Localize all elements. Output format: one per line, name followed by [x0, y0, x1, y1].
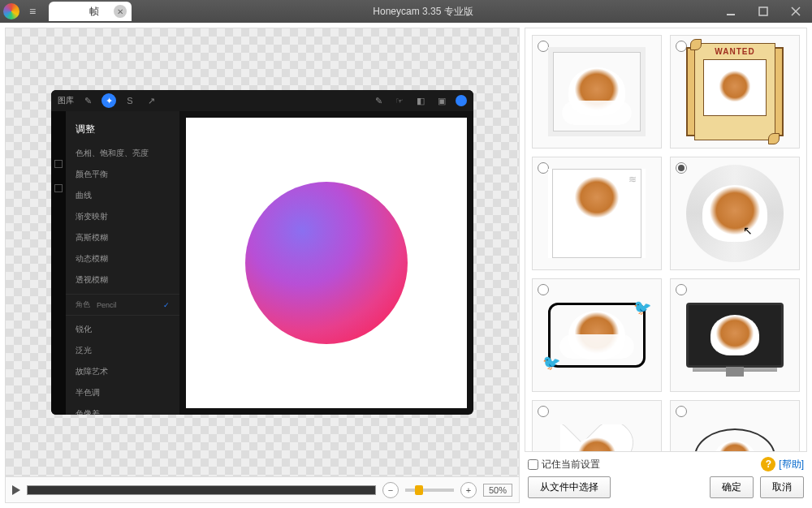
cancel-button[interactable]: 取消 [760, 476, 804, 498]
frame-style-heart[interactable] [532, 400, 662, 452]
preview-panel: 图库 ✎ ✦ S ↗ ✎ ☞ ◧ ▣ [5, 28, 520, 503]
menu-item[interactable]: 动态模糊 [66, 248, 179, 269]
radio-icon[interactable] [676, 284, 687, 295]
menu-item[interactable]: 泛光 [66, 340, 179, 361]
svg-rect-1 [759, 7, 767, 15]
adjust-icon[interactable]: ✦ [102, 93, 116, 108]
close-icon[interactable]: ✕ [114, 5, 127, 18]
title-bar: ≡ 帧 ✕ Honeycam 3.35 专业版 [0, 0, 812, 23]
menu-item[interactable]: 透视模糊 [66, 269, 179, 291]
ok-button[interactable]: 确定 [710, 476, 754, 498]
color-icon[interactable] [456, 95, 467, 106]
menu-item[interactable]: 故障艺术 [66, 361, 179, 382]
sidebar-square-icon[interactable] [54, 160, 63, 168]
radio-icon[interactable] [538, 406, 549, 417]
from-file-button[interactable]: 从文件中选择 [528, 476, 611, 498]
zoom-slider[interactable] [405, 489, 454, 492]
minimize-button[interactable] [715, 0, 747, 23]
radio-icon[interactable] [676, 406, 687, 417]
zoom-percent[interactable]: 50% [483, 484, 512, 497]
remember-checkbox[interactable] [528, 459, 538, 470]
row-label-a: 角色 [76, 299, 90, 310]
menu-item[interactable]: 曲线 [66, 185, 179, 206]
adjust-menu: 调整 色相、饱和度、亮度 颜色平衡 曲线 渐变映射 高斯模糊 动态模糊 透视模糊… [66, 111, 179, 415]
remember-label: 记住当前设置 [542, 458, 600, 471]
frame-styles-list[interactable]: WANTED ≋ ↖ [525, 28, 807, 452]
gradient-circle [245, 182, 408, 344]
menu-item[interactable]: 色相、饱和度、亮度 [66, 143, 179, 164]
tab-frames[interactable]: 帧 ✕ [49, 2, 132, 21]
help-icon[interactable]: ? [761, 457, 775, 471]
wanted-text: WANTED [695, 44, 775, 56]
bird-icon: 🐦 [633, 299, 651, 316]
menu-item[interactable]: 色像差 [66, 403, 179, 415]
canvas-area: 图库 ✎ ✦ S ↗ ✎ ☞ ◧ ▣ [6, 28, 519, 476]
frame-style-bubble[interactable] [670, 400, 800, 452]
procreate-toolbar: 图库 ✎ ✦ S ↗ ✎ ☞ ◧ ▣ [51, 90, 473, 111]
app-logo-icon [3, 3, 19, 19]
sidebar-square-icon[interactable] [54, 184, 63, 192]
row-label-b: Pencil [97, 301, 117, 309]
procreate-canvas [186, 118, 467, 408]
wrench-icon[interactable]: ✎ [80, 93, 95, 108]
menu-item[interactable]: 高斯模糊 [66, 227, 179, 248]
frame-style-wanted[interactable]: WANTED [670, 35, 800, 149]
tab-label: 帧 [89, 5, 99, 19]
menu-item[interactable]: 颜色平衡 [66, 164, 179, 185]
window-title: Honeycam 3.35 专业版 [132, 5, 715, 19]
frame-style-inset[interactable] [532, 35, 662, 149]
smudge-icon[interactable]: ☞ [392, 93, 407, 108]
maximize-button[interactable] [747, 0, 780, 23]
menu-icon[interactable]: ≡ [23, 5, 42, 18]
zoom-in-button[interactable]: + [460, 482, 477, 498]
play-button[interactable] [12, 485, 20, 495]
brush-icon[interactable]: ✎ [371, 93, 386, 108]
frame-style-cd[interactable]: ↖ [670, 157, 800, 270]
radio-icon[interactable] [676, 41, 687, 52]
help-link[interactable]: [帮助] [779, 458, 804, 471]
frame-style-stamp[interactable]: ≋ [532, 157, 662, 270]
frame-styles-panel: WANTED ≋ ↖ [525, 28, 807, 503]
frame-style-birds[interactable]: 🐦 🐦 [532, 278, 662, 392]
menu-item[interactable]: 渐变映射 [66, 206, 179, 227]
playback-bar: − + 50% [6, 476, 519, 502]
move-icon[interactable]: ↗ [144, 93, 158, 108]
menu-item[interactable]: 锐化 [66, 319, 179, 340]
adjust-header: 调整 [66, 119, 179, 143]
select-icon[interactable]: S [123, 93, 137, 108]
erase-icon[interactable]: ◧ [413, 93, 428, 108]
menu-row[interactable]: 角色 Pencil ✓ [66, 294, 179, 316]
cursor-icon: ↖ [743, 224, 753, 237]
check-icon: ✓ [163, 301, 170, 309]
menu-item[interactable]: 半色调 [66, 382, 179, 403]
radio-icon[interactable] [676, 162, 687, 174]
layers-icon[interactable]: ▣ [434, 93, 449, 108]
canvas-content: 图库 ✎ ✦ S ↗ ✎ ☞ ◧ ▣ [51, 90, 473, 415]
radio-icon[interactable] [538, 41, 549, 52]
frame-style-monitor[interactable] [670, 278, 800, 392]
radio-icon[interactable] [538, 162, 549, 174]
radio-icon[interactable] [538, 284, 549, 295]
close-button[interactable] [780, 0, 812, 23]
procreate-sidebar [51, 111, 66, 415]
timeline-track[interactable] [27, 485, 376, 495]
bird-icon: 🐦 [542, 354, 560, 372]
wave-icon: ≋ [628, 174, 637, 185]
zoom-out-button[interactable]: − [382, 482, 399, 498]
gallery-label[interactable]: 图库 [58, 95, 74, 106]
